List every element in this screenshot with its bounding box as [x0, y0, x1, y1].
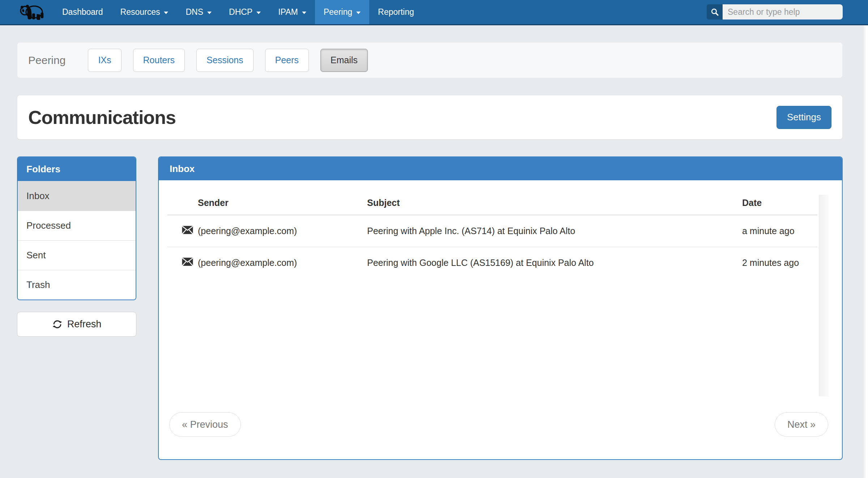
previous-page-button[interactable]: « Previous: [169, 412, 241, 437]
tab-routers[interactable]: Routers: [133, 49, 185, 72]
column-header-subject: Subject: [367, 190, 742, 215]
caret-down-icon: [302, 12, 306, 14]
refresh-button[interactable]: Refresh: [17, 312, 136, 337]
nav-item-ipam[interactable]: IPAM: [269, 0, 315, 24]
folder-item-label: Processed: [26, 220, 71, 231]
page-title: Communications: [28, 107, 176, 128]
mail-row-icon-cell: [167, 247, 198, 279]
settings-button[interactable]: Settings: [776, 106, 831, 129]
mail-table-container: Sender Subject Date: [167, 190, 833, 396]
page-header-panel: Communications Settings: [17, 95, 843, 139]
folder-item-label: Trash: [26, 279, 50, 290]
tab-peers[interactable]: Peers: [265, 49, 309, 72]
search-button[interactable]: [707, 4, 723, 20]
column-header-icon: [167, 190, 198, 215]
mail-row-date: a minute ago: [742, 215, 817, 247]
caret-down-icon: [164, 12, 168, 14]
nav-item-peering[interactable]: Peering: [315, 0, 369, 24]
nav-item-label: Reporting: [378, 7, 414, 17]
tab-ixs[interactable]: IXs: [88, 49, 121, 72]
folder-item-label: Inbox: [26, 190, 50, 202]
mail-row-subject: Peering with Apple Inc. (AS714) at Equin…: [367, 215, 742, 247]
mail-row[interactable]: (peering@example.com) Peering with Googl…: [167, 247, 817, 279]
column-header-date: Date: [742, 190, 817, 215]
mail-row-icon-cell: [167, 215, 198, 247]
nav-item-dhcp[interactable]: DHCP: [220, 0, 269, 24]
subnav-section-label: Peering: [28, 54, 65, 66]
folder-item-processed[interactable]: Processed: [18, 211, 136, 240]
tab-emails[interactable]: Emails: [320, 49, 368, 72]
folders-column: Folders Inbox Processed Sent Trash Refre…: [17, 156, 136, 337]
mail-row-sender: (peering@example.com): [198, 247, 367, 279]
top-navbar: Dashboard Resources DNS DHCP IPAM Peerin…: [0, 0, 868, 25]
folder-item-sent[interactable]: Sent: [18, 240, 136, 270]
mail-table: Sender Subject Date: [167, 190, 817, 279]
nav-item-dns[interactable]: DNS: [177, 0, 220, 24]
mail-row-subject: Peering with Google LLC (AS15169) at Equ…: [367, 247, 742, 279]
envelope-icon: [182, 257, 193, 266]
nav-item-label: Peering: [324, 7, 352, 17]
page-scrollbar[interactable]: [863, 25, 868, 478]
refresh-icon: [52, 319, 63, 330]
mail-row-date: 2 minutes ago: [742, 247, 817, 279]
nav-item-label: IPAM: [278, 7, 298, 17]
caret-down-icon: [356, 12, 361, 14]
pagination: « Previous Next »: [169, 412, 828, 437]
caret-down-icon: [207, 12, 212, 14]
content-area: Folders Inbox Processed Sent Trash Refre…: [17, 156, 843, 460]
column-header-sender: Sender: [198, 190, 367, 215]
folders-panel-title: Folders: [18, 157, 136, 181]
nav-item-label: DNS: [186, 7, 203, 17]
search-icon: [711, 8, 719, 16]
inbox-panel-body: Sender Subject Date: [159, 180, 842, 460]
folder-item-trash[interactable]: Trash: [18, 270, 136, 300]
nav-item-reporting[interactable]: Reporting: [369, 0, 423, 24]
panda-logo[interactable]: [0, 0, 54, 24]
folder-item-label: Sent: [26, 250, 46, 261]
nav-item-label: Dashboard: [62, 7, 103, 17]
folder-item-inbox[interactable]: Inbox: [18, 181, 136, 211]
mail-row-sender: (peering@example.com): [198, 215, 367, 247]
tab-sessions[interactable]: Sessions: [196, 49, 253, 72]
inbox-panel-title: Inbox: [159, 157, 842, 180]
table-scrollbar[interactable]: [819, 195, 829, 396]
nav-item-resources[interactable]: Resources: [112, 0, 177, 24]
nav-item-dashboard[interactable]: Dashboard: [54, 0, 112, 24]
refresh-button-label: Refresh: [67, 319, 102, 330]
nav-item-label: DHCP: [229, 7, 252, 17]
mail-row[interactable]: (peering@example.com) Peering with Apple…: [167, 215, 817, 247]
folders-panel: Folders Inbox Processed Sent Trash: [17, 156, 136, 300]
search-input[interactable]: [723, 4, 843, 20]
mail-table-header-row: Sender Subject Date: [167, 190, 817, 215]
panda-icon: [18, 3, 46, 22]
inbox-panel: Inbox Sender Subject Date: [158, 156, 843, 460]
peering-subnav: Peering IXs Routers Sessions Peers Email…: [17, 42, 843, 78]
navbar-search: [707, 4, 843, 20]
envelope-icon: [182, 225, 193, 234]
next-page-button[interactable]: Next »: [775, 412, 828, 437]
caret-down-icon: [256, 12, 261, 14]
nav-item-label: Resources: [120, 7, 160, 17]
